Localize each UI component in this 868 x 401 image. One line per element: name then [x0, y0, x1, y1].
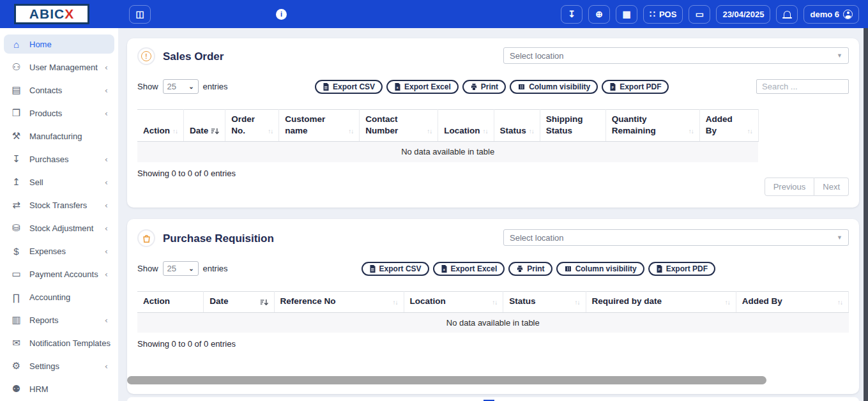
sidebar-item-accounting[interactable]: ∏ Accounting ‹ — [4, 287, 114, 306]
sales-order-location-select[interactable]: Select location ▼ — [503, 47, 849, 64]
sidebar-item-user-management[interactable]: ⚇ User Management ‹ — [4, 57, 114, 77]
chevron-left-icon: ‹ — [105, 63, 108, 72]
caret-down-icon: ▼ — [837, 52, 842, 59]
sidebar-item-settings[interactable]: ⚙ Settings ‹ — [4, 356, 114, 375]
bell-button[interactable] — [776, 5, 798, 24]
chevron-left-icon: ‹ — [105, 315, 108, 325]
column-header-added-by[interactable]: Added By↑↓ — [699, 110, 758, 142]
notification-templates-icon: ✉ — [10, 337, 23, 349]
export-csv-button[interactable]: Export CSV — [362, 262, 429, 276]
sidebar-item-hrm[interactable]: ⚉ HRM ‹ — [4, 379, 114, 398]
sidebar-item-purchases[interactable]: ↧ Purchases ‹ — [4, 149, 114, 169]
panel-collapse-icon: ◫ — [135, 10, 144, 19]
sort-icon: ↑↓ — [348, 128, 353, 136]
sidebar-item-expenses[interactable]: $ Expenses ‹ — [4, 241, 114, 261]
sidebar-item-stock-transfers[interactable]: ⇄ Stock Transfers ‹ — [4, 195, 114, 215]
sales-order-showing-info: Showing 0 to 0 of 0 entries — [137, 169, 849, 178]
horizontal-scrollbar-thumb[interactable] — [127, 376, 766, 384]
sidebar-item-stock-adjustment[interactable]: ⛁ Stock Adjustment ‹ — [4, 218, 114, 238]
info-icon[interactable]: i — [276, 9, 287, 20]
purchase-requisition-location-select[interactable]: Select location ▼ — [503, 229, 849, 246]
sidebar-item-label: Reports — [29, 315, 105, 325]
export-excel-button[interactable]: xExport Excel — [386, 80, 459, 94]
print-button[interactable]: Print — [462, 80, 506, 94]
logo-x: X — [65, 6, 74, 22]
column-header-action[interactable]: Action↑↓ — [137, 110, 184, 142]
sales-order-page-size-select[interactable]: 25 ⌄ — [163, 79, 199, 94]
sidebar-item-products[interactable]: ❒ Products ‹ — [4, 103, 114, 123]
column-header-contact-number[interactable]: Contact Number↑↓ — [360, 110, 438, 142]
calculator-icon: ▦ — [622, 10, 630, 19]
sort-icon: ↑↓ — [747, 128, 752, 136]
user-circle-label: demo 6 — [810, 10, 839, 19]
column-header-date[interactable]: Date — [204, 292, 274, 313]
column-header-required-by-date[interactable]: Required by date↑↓ — [586, 292, 736, 313]
column-header-status[interactable]: Status↑↓ — [494, 110, 540, 142]
sales-order-search-input[interactable] — [756, 79, 849, 94]
column-header-quantity-remaining[interactable]: Quantity Remaining↑↓ — [605, 110, 699, 142]
sidebar-item-label: HRM — [29, 384, 105, 394]
stock-transfers-icon: ⇄ — [10, 199, 23, 211]
export-excel-button[interactable]: xExport Excel — [433, 262, 505, 276]
download-icon: ↧ — [568, 10, 575, 19]
column-header-order-no-[interactable]: Order No.↑↓ — [225, 110, 279, 142]
logo-text: ABIC — [29, 6, 65, 22]
cash-button[interactable]: ▭ — [689, 5, 710, 24]
sidebar-item-manufacturing[interactable]: ⚒ Manufacturing ‹ — [4, 126, 114, 146]
payment-accounts-icon: ▭ — [10, 268, 23, 280]
column-header-shipping-status[interactable]: Shipping Status — [540, 110, 605, 142]
add-circle-icon: ⊕ — [595, 10, 603, 19]
purchase-requisition-page-size-select[interactable]: 25 ⌄ — [163, 261, 199, 276]
download-button[interactable]: ↧ — [561, 5, 582, 24]
column-header-location[interactable]: Location↑↓ — [438, 110, 494, 142]
sidebar-item-contacts[interactable]: ▤ Contacts ‹ — [4, 80, 114, 100]
export-pdf-button[interactable]: PExport PDF — [602, 80, 669, 94]
sort-icon: ↑↓ — [689, 128, 694, 136]
chevron-left-icon: ‹ — [105, 178, 108, 187]
caret-down-icon: ⌄ — [188, 83, 194, 90]
sidebar-item-payment-accounts[interactable]: ▭ Payment Accounts ‹ — [4, 264, 114, 284]
sidebar-item-label: Accounting — [29, 292, 105, 302]
previous-button[interactable]: Previous — [765, 178, 815, 196]
sort-icon: ↑↓ — [483, 128, 488, 136]
sidebar-item-home[interactable]: ⌂ Home ‹ — [4, 34, 114, 54]
sort-icon: ↑↓ — [837, 299, 842, 307]
table-scroll-clip: ActionDateReference No↑↓Location↑↓Status… — [137, 276, 849, 333]
column-header-date[interactable]: Date — [184, 110, 225, 142]
hrm-icon: ⚉ — [10, 383, 23, 395]
sort-icon: ↑↓ — [575, 299, 580, 307]
sort-icon: ↑↓ — [492, 299, 497, 307]
calculator-button[interactable]: ▦ — [616, 5, 637, 24]
user-circle-button[interactable]: demo 6 — [803, 5, 859, 24]
column-visibility-button[interactable]: Column visibility — [510, 80, 598, 94]
add-circle-button[interactable]: ⊕ — [588, 5, 610, 24]
column-visibility-button[interactable]: Column visibility — [556, 262, 644, 276]
column-header-reference-no[interactable]: Reference No↑↓ — [274, 292, 404, 313]
vertical-scrollbar[interactable] — [864, 28, 868, 401]
export-csv-button[interactable]: Export CSV — [315, 80, 383, 94]
entries-label: entries — [203, 264, 228, 273]
logo[interactable]: ABICX — [14, 4, 89, 24]
columns-icon — [517, 83, 526, 91]
file-csv-icon — [323, 83, 330, 91]
print-button[interactable]: Print — [508, 262, 552, 276]
sales-order-card: ! Sales Order Select location ▼ Show 25 … — [127, 38, 859, 208]
column-header-status[interactable]: Status↑↓ — [503, 292, 586, 313]
sidebar-item-reports[interactable]: ▥ Reports ‹ — [4, 310, 114, 329]
pos-grid-button[interactable]: ∷POS — [643, 5, 683, 24]
next-button[interactable]: Next — [814, 178, 849, 196]
sidebar-item-sell[interactable]: ↥ Sell ‹ — [4, 172, 114, 192]
export-pdf-button[interactable]: PExport PDF — [648, 262, 715, 276]
sidebar-toggle-button[interactable]: ◫ — [129, 5, 151, 24]
file-excel-icon: x — [394, 83, 401, 91]
column-header-customer-name[interactable]: Customer name↑↓ — [279, 110, 360, 142]
home-icon: ⌂ — [10, 39, 23, 50]
column-header-added-by[interactable]: Added By↑↓ — [736, 292, 848, 313]
column-header-action[interactable]: Action — [137, 292, 204, 313]
sort-icon: ↑↓ — [725, 299, 730, 307]
column-header-location[interactable]: Location↑↓ — [404, 292, 503, 313]
calendar-date-button[interactable]: 23/04/2025 — [716, 5, 770, 24]
sales-order-pagination: Previous Next — [765, 178, 849, 196]
sidebar-item-notification-templates[interactable]: ✉ Notification Templates ‹ — [4, 333, 114, 352]
sidebar-item-label: Contacts — [29, 86, 105, 95]
